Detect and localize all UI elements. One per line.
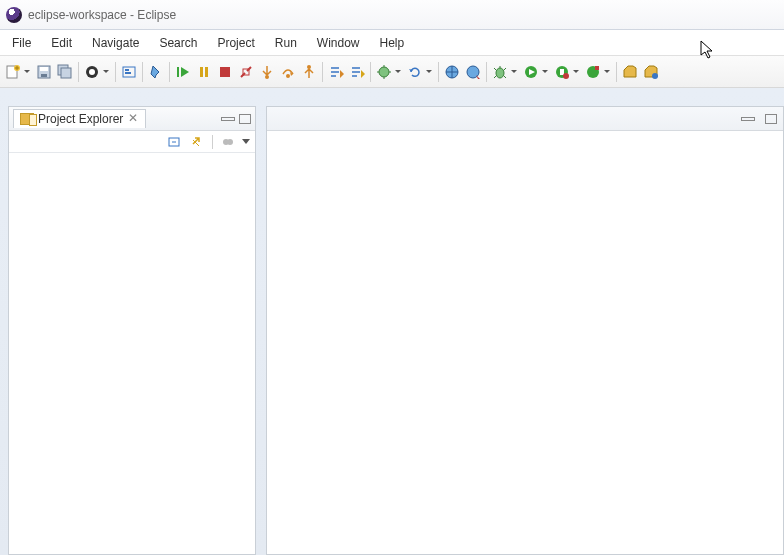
window-title: eclipse-workspace - Eclipse <box>28 8 176 22</box>
step-into-icon <box>259 64 275 80</box>
collapse-all-button[interactable] <box>166 133 184 151</box>
toolbar-separator <box>370 62 371 82</box>
menu-help[interactable]: Help <box>370 32 415 54</box>
annotation-icon <box>121 64 137 80</box>
svg-rect-15 <box>205 67 208 77</box>
open-task-button[interactable] <box>620 62 640 82</box>
toolbar-separator <box>169 62 170 82</box>
close-icon[interactable]: ✕ <box>127 113 139 125</box>
open-task-icon <box>622 64 638 80</box>
step-over-button[interactable] <box>278 62 298 82</box>
main-toolbar <box>0 56 784 88</box>
ext-tools-button[interactable] <box>583 62 613 82</box>
project-explorer-tab[interactable]: Project Explorer ✕ <box>13 109 146 128</box>
debug-icon <box>376 64 392 80</box>
svg-rect-36 <box>595 66 599 70</box>
maximize-editor-button[interactable] <box>765 114 777 124</box>
save-all-icon <box>57 64 73 80</box>
open-type-icon <box>643 64 659 80</box>
svg-rect-16 <box>220 67 230 77</box>
svg-marker-22 <box>340 70 344 78</box>
minimize-editor-button[interactable] <box>741 117 755 121</box>
menu-run[interactable]: Run <box>265 32 307 54</box>
perspective-button[interactable] <box>82 62 112 82</box>
pin-button[interactable] <box>146 62 166 82</box>
view-tab-row: Project Explorer ✕ <box>9 107 255 131</box>
step-return-icon <box>301 64 317 80</box>
svg-point-24 <box>379 67 389 77</box>
focus-task-icon <box>220 134 236 150</box>
menu-navigate[interactable]: Navigate <box>82 32 149 54</box>
refresh-button[interactable] <box>405 62 435 82</box>
minimize-view-button[interactable] <box>221 117 235 121</box>
svg-point-29 <box>496 68 504 78</box>
terminate-button[interactable] <box>215 62 235 82</box>
svg-rect-33 <box>560 69 564 75</box>
save-all-button[interactable] <box>55 62 75 82</box>
suspend-button[interactable] <box>194 62 214 82</box>
annotation-button[interactable] <box>119 62 139 82</box>
view-menu-button[interactable] <box>241 135 251 149</box>
svg-point-34 <box>563 73 569 79</box>
coverage-icon <box>554 64 570 80</box>
resume-icon <box>175 64 191 80</box>
svg-marker-13 <box>181 67 189 77</box>
menu-file[interactable]: File <box>2 32 41 54</box>
run-last-button[interactable] <box>521 62 551 82</box>
svg-rect-10 <box>125 69 129 71</box>
disconnect-button[interactable] <box>236 62 256 82</box>
debug-button[interactable] <box>374 62 404 82</box>
svg-point-21 <box>307 65 311 69</box>
new-button[interactable] <box>3 62 33 82</box>
menu-edit[interactable]: Edit <box>41 32 82 54</box>
svg-rect-11 <box>125 72 131 74</box>
menu-project[interactable]: Project <box>207 32 264 54</box>
run-last-icon <box>523 64 539 80</box>
svg-marker-23 <box>361 70 365 78</box>
toolbar-separator <box>486 62 487 82</box>
open-type-button[interactable] <box>641 62 661 82</box>
svg-rect-3 <box>40 67 48 71</box>
toolbar-separator <box>115 62 116 82</box>
coverage-button[interactable] <box>552 62 582 82</box>
resume-button[interactable] <box>173 62 193 82</box>
svg-rect-6 <box>61 68 71 78</box>
explorer-toolbar <box>9 131 255 153</box>
svg-rect-12 <box>177 67 179 77</box>
save-button[interactable] <box>34 62 54 82</box>
maximize-view-button[interactable] <box>239 114 251 124</box>
pin-icon <box>148 64 164 80</box>
editor-content[interactable] <box>267 131 783 554</box>
toolbar-separator <box>142 62 143 82</box>
browser-button[interactable] <box>442 62 462 82</box>
focus-task-button[interactable] <box>219 133 237 151</box>
collapse-all-icon <box>167 134 183 150</box>
menu-window[interactable]: Window <box>307 32 370 54</box>
prev-annotation-icon <box>349 64 365 80</box>
toolbar-separator <box>438 62 439 82</box>
menu-search[interactable]: Search <box>149 32 207 54</box>
server-profile-button[interactable] <box>463 62 483 82</box>
project-explorer-view: Project Explorer ✕ <box>8 106 256 555</box>
project-explorer-title: Project Explorer <box>38 112 123 126</box>
svg-point-27 <box>467 66 479 78</box>
chevron-down-icon <box>241 136 251 146</box>
debug-last-icon <box>492 64 508 80</box>
toolbar-separator <box>212 135 213 149</box>
next-annotation-icon <box>328 64 344 80</box>
eclipse-app-icon <box>6 7 22 23</box>
ext-tools-icon <box>585 64 601 80</box>
step-over-icon <box>280 64 296 80</box>
editor-tab-row <box>267 107 783 131</box>
window-titlebar: eclipse-workspace - Eclipse <box>0 0 784 30</box>
step-return-button[interactable] <box>299 62 319 82</box>
link-editor-button[interactable] <box>188 133 206 151</box>
explorer-content[interactable] <box>9 153 255 554</box>
svg-point-8 <box>89 69 95 75</box>
next-annotation-button[interactable] <box>326 62 346 82</box>
debug-last-button[interactable] <box>490 62 520 82</box>
svg-point-18 <box>265 75 269 79</box>
step-into-button[interactable] <box>257 62 277 82</box>
prev-annotation-button[interactable] <box>347 62 367 82</box>
toolbar-separator <box>322 62 323 82</box>
